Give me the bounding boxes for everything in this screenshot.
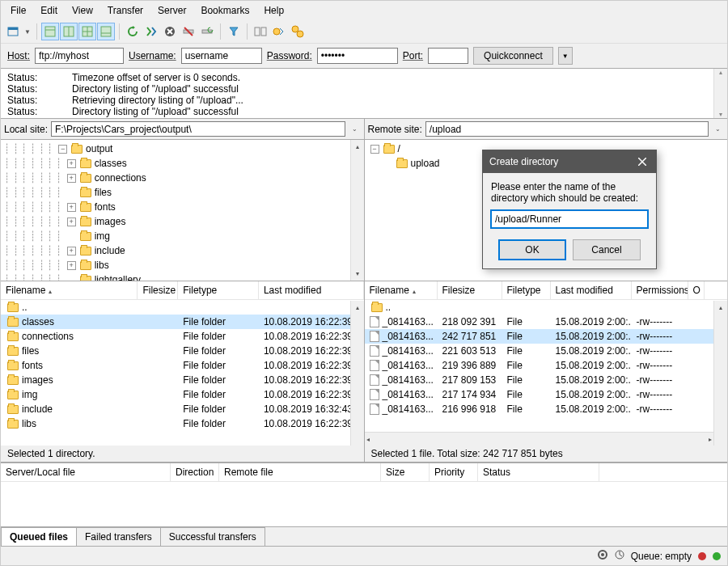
- file-row[interactable]: _0814163...216 996 918File15.08.2019 2:0…: [365, 402, 728, 416]
- file-row[interactable]: filesFile folder10.08.2019 16:22:39: [1, 344, 364, 358]
- menu-help[interactable]: Help: [257, 2, 290, 19]
- local-file-list[interactable]: Filename▴FilesizeFiletypeLast modified .…: [1, 281, 364, 446]
- file-row[interactable]: includeFile folder10.08.2019 16:32:43: [1, 402, 364, 416]
- column-header[interactable]: Filetype: [502, 281, 551, 299]
- file-row[interactable]: _0814163...219 396 889File15.08.2019 2:0…: [365, 358, 728, 373]
- local-path-dropdown[interactable]: ⌄: [349, 125, 361, 133]
- tree-item[interactable]: ┊ ┊ ┊ ┊ ┊ ┊ −output: [1, 142, 364, 156]
- toggle-queue-icon[interactable]: [97, 23, 115, 40]
- file-row[interactable]: classesFile folder10.08.2019 16:22:39: [1, 315, 364, 329]
- site-manager-icon[interactable]: [4, 23, 22, 40]
- reconnect-icon[interactable]: [198, 23, 216, 40]
- filter-icon[interactable]: [225, 23, 243, 40]
- menu-bookmarks[interactable]: Bookmarks: [194, 2, 256, 19]
- file-row[interactable]: _0814163...221 603 513File15.08.2019 2:0…: [365, 344, 728, 358]
- host-input[interactable]: [35, 48, 124, 64]
- lock-icon[interactable]: [615, 549, 624, 563]
- transfer-queue: Server/Local fileDirectionRemote fileSiz…: [1, 463, 727, 526]
- log-line: Status:Timezone offset of server is 0 se…: [7, 72, 721, 83]
- tree-item[interactable]: ┊ ┊ ┊ ┊ ┊ ┊ ┊ +libs: [1, 258, 364, 272]
- password-input[interactable]: [317, 48, 398, 64]
- file-row[interactable]: _0814163...217 174 934File15.08.2019 2:0…: [365, 387, 728, 402]
- tree-item[interactable]: ┊ ┊ ┊ ┊ ┊ ┊ ┊ +connections: [1, 171, 364, 185]
- remote-hscrollbar[interactable]: ◂▸: [365, 432, 714, 446]
- process-queue-icon[interactable]: [142, 23, 160, 40]
- file-row[interactable]: ..: [1, 300, 364, 315]
- menu-file[interactable]: File: [4, 2, 32, 19]
- column-header[interactable]: Last modified: [551, 281, 632, 299]
- column-header[interactable]: Filename▴: [365, 281, 438, 299]
- disconnect-icon[interactable]: [180, 23, 197, 40]
- local-tree-scrollbar[interactable]: ▴▾: [350, 140, 364, 281]
- ok-button[interactable]: OK: [498, 239, 566, 260]
- compare-icon[interactable]: [252, 23, 269, 40]
- message-log: Status:Timezone offset of server is 0 se…: [1, 69, 727, 119]
- tree-item[interactable]: ┊ ┊ ┊ ┊ ┊ ┊ ┊ +images: [1, 214, 364, 229]
- cancel-icon[interactable]: [161, 23, 179, 40]
- transfer-tab[interactable]: Successful transfers: [160, 527, 265, 546]
- file-row[interactable]: imgFile folder10.08.2019 16:22:39: [1, 387, 364, 402]
- file-row[interactable]: imagesFile folder10.08.2019 16:22:39: [1, 373, 364, 387]
- tree-item[interactable]: ┊ ┊ ┊ ┊ ┊ ┊ ┊ +include: [1, 243, 364, 258]
- tree-item[interactable]: ┊ ┊ ┊ ┊ ┊ ┊ ┊ +fonts: [1, 200, 364, 214]
- tree-item[interactable]: ┊ ┊ ┊ ┊ ┊ ┊ ┊ files: [1, 185, 364, 200]
- menubar: FileEditViewTransferServerBookmarksHelp: [1, 1, 727, 20]
- menu-view[interactable]: View: [66, 2, 99, 19]
- tree-item[interactable]: ┊ ┊ ┊ ┊ ┊ ┊ ┊ lightgallery: [1, 272, 364, 281]
- queue-column[interactable]: Size: [381, 463, 430, 481]
- toggle-local-tree-icon[interactable]: [60, 23, 78, 40]
- cancel-button[interactable]: Cancel: [573, 239, 641, 260]
- column-header[interactable]: Filename▴: [1, 281, 138, 299]
- toggle-remote-tree-icon[interactable]: [78, 23, 96, 40]
- port-input[interactable]: [428, 48, 468, 64]
- transfer-tab[interactable]: Failed transfers: [76, 527, 161, 546]
- directory-name-input[interactable]: [491, 210, 648, 228]
- transfer-tab[interactable]: Queued files: [1, 527, 77, 546]
- queue-column[interactable]: Priority: [430, 463, 478, 481]
- quickconnect-button[interactable]: Quickconnect: [473, 47, 553, 65]
- dialog-prompt: Please enter the name of the directory w…: [491, 181, 648, 204]
- queue-column[interactable]: Server/Local file: [1, 463, 171, 481]
- queue-column[interactable]: Status: [478, 463, 599, 481]
- file-row[interactable]: _0814163...217 809 153File15.08.2019 2:0…: [365, 373, 728, 387]
- log-scrollbar[interactable]: ▴▾: [713, 69, 727, 118]
- menu-edit[interactable]: Edit: [34, 2, 64, 19]
- remote-list-scrollbar[interactable]: ▴: [713, 301, 727, 446]
- local-tree[interactable]: ┊ ┊ ┊ ┊ ┊ ┊ −output┊ ┊ ┊ ┊ ┊ ┊ ┊ +classe…: [1, 140, 364, 281]
- quickconnect-dropdown[interactable]: ▼: [558, 47, 573, 65]
- file-row[interactable]: _0814163...242 717 851File15.08.2019 2:0…: [365, 329, 728, 344]
- file-row[interactable]: fontsFile folder10.08.2019 16:22:39: [1, 358, 364, 373]
- menu-transfer[interactable]: Transfer: [101, 2, 150, 19]
- file-row[interactable]: ..: [365, 300, 728, 315]
- local-list-scrollbar[interactable]: ▴: [350, 301, 364, 446]
- close-icon[interactable]: [635, 154, 650, 169]
- toggle-log-icon[interactable]: [41, 23, 59, 40]
- local-status: Selected 1 directory.: [1, 446, 364, 463]
- search-icon[interactable]: [289, 23, 307, 40]
- queue-column[interactable]: Direction: [171, 463, 219, 481]
- port-label: Port:: [403, 50, 423, 61]
- file-row[interactable]: _0814163...218 092 391File15.08.2019 2:0…: [365, 315, 728, 329]
- file-row[interactable]: connectionsFile folder10.08.2019 16:22:3…: [1, 329, 364, 344]
- queue-column[interactable]: Remote file: [219, 463, 381, 481]
- refresh-icon[interactable]: [124, 23, 142, 40]
- column-header[interactable]: O: [688, 281, 705, 299]
- column-header[interactable]: Permissions: [632, 281, 688, 299]
- local-path-input[interactable]: [51, 121, 345, 137]
- menu-server[interactable]: Server: [151, 2, 193, 19]
- remote-file-list[interactable]: Filename▴FilesizeFiletypeLast modifiedPe…: [365, 281, 728, 446]
- column-header[interactable]: Filesize: [438, 281, 502, 299]
- username-input[interactable]: [181, 48, 262, 64]
- tree-item[interactable]: ┊ ┊ ┊ ┊ ┊ ┊ ┊ +classes: [1, 156, 364, 171]
- column-header[interactable]: Filetype: [178, 281, 259, 299]
- remote-path-dropdown[interactable]: ⌄: [712, 125, 724, 133]
- remote-path-input[interactable]: [425, 121, 709, 137]
- tree-item[interactable]: ┊ ┊ ┊ ┊ ┊ ┊ ┊ img: [1, 229, 364, 243]
- gear-icon[interactable]: [597, 549, 608, 563]
- column-header[interactable]: Last modified: [259, 281, 364, 299]
- sync-browse-icon[interactable]: [270, 23, 288, 40]
- column-header[interactable]: Filesize: [138, 281, 178, 299]
- svg-point-20: [292, 26, 298, 32]
- file-row[interactable]: libsFile folder10.08.2019 16:22:39: [1, 416, 364, 431]
- svg-point-19: [273, 28, 280, 35]
